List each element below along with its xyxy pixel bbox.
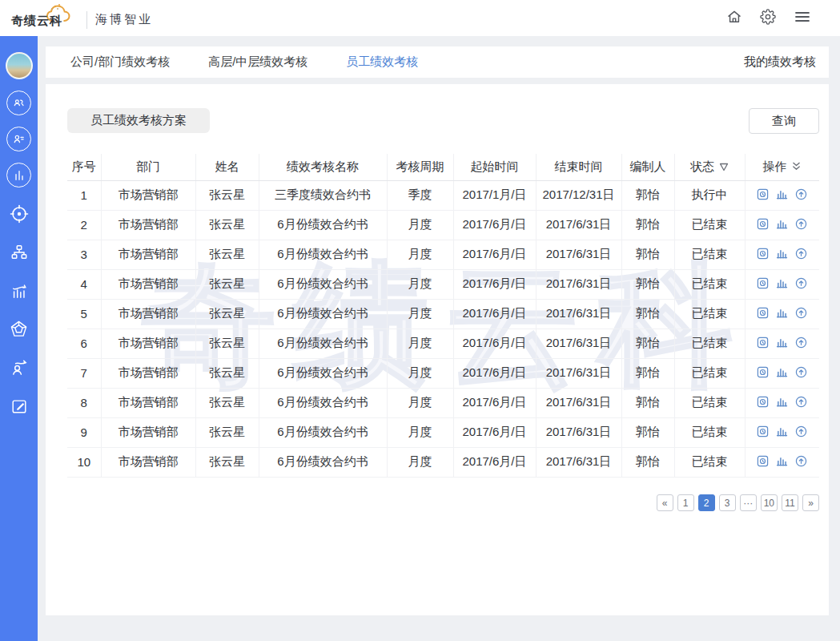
user-profile-icon [6, 127, 31, 151]
cell-operations [745, 180, 819, 210]
page-10[interactable]: 10 [761, 494, 778, 511]
report-file-icon[interactable] [757, 396, 769, 408]
sidebar-item-orgchart[interactable] [10, 240, 28, 264]
cell-col-0: 7 [67, 358, 101, 388]
bar-chart-icon[interactable] [776, 337, 788, 349]
upload-circle-icon[interactable] [795, 455, 807, 467]
cell-col-1: 市场营销部 [101, 329, 195, 358]
report-file-icon[interactable] [757, 425, 769, 437]
plan-button[interactable]: 员工绩效考核方案 [67, 108, 210, 133]
cell-col-3: 6月份绩效合约书 [259, 329, 387, 358]
upload-circle-icon[interactable] [795, 248, 807, 260]
cell-col-4: 月度 [387, 358, 453, 388]
cell-col-8: 已结束 [674, 240, 745, 269]
cell-col-6: 2017/6/31日 [536, 417, 621, 447]
sidebar-item-profile[interactable] [6, 127, 31, 151]
tab-executive-assessment[interactable]: 高层/中层绩效考核 [208, 54, 307, 70]
table-row: 6市场营销部张云星6月份绩效合约书月度2017/6月/日2017/6/31日郭怡… [67, 329, 819, 358]
cell-col-0: 6 [67, 329, 101, 358]
cell-col-0: 1 [67, 180, 101, 210]
cell-col-3: 三季度绩效合约书 [259, 180, 387, 210]
menu-icon[interactable] [794, 10, 811, 24]
page-2[interactable]: 2 [698, 494, 715, 511]
sidebar-item-talent-analysis[interactable] [10, 355, 28, 380]
sidebar-item-trend[interactable] [10, 278, 28, 303]
query-button[interactable]: 查询 [749, 108, 819, 134]
column-header-label: 起始时间 [471, 159, 519, 175]
cell-operations [745, 447, 819, 477]
tab-company-dept-assessment[interactable]: 公司/部门绩效考核 [70, 54, 170, 70]
cell-col-6: 2017/6/31日 [536, 299, 621, 329]
report-file-icon[interactable] [757, 277, 769, 289]
bar-chart-icon[interactable] [776, 307, 788, 319]
cell-col-0: 10 [67, 447, 101, 477]
page-prev[interactable]: « [657, 494, 673, 511]
column-header-3: 绩效考核名称 [259, 154, 387, 180]
report-file-icon[interactable] [757, 218, 769, 230]
table-row: 1市场营销部张云星三季度绩效合约书季度2017/1月/日2017/12/31日郭… [67, 180, 819, 210]
tab-employee-assessment[interactable]: 员工绩效考核 [346, 54, 418, 70]
cell-col-5: 2017/6月/日 [453, 358, 536, 388]
column-header-6: 结束时间 [536, 154, 621, 180]
page-3[interactable]: 3 [719, 494, 736, 511]
gear-icon[interactable] [760, 9, 776, 25]
upload-circle-icon[interactable] [795, 425, 807, 437]
column-header-label: 部门 [136, 159, 160, 175]
column-header-0: 序号 [67, 154, 101, 180]
bar-chart-icon[interactable] [776, 248, 788, 260]
cell-col-5: 2017/6月/日 [453, 329, 536, 358]
bar-chart-icon[interactable] [776, 396, 788, 408]
cell-col-7: 郭怡 [621, 210, 674, 240]
report-file-icon[interactable] [757, 188, 769, 200]
upload-circle-icon[interactable] [795, 366, 807, 378]
upload-circle-icon[interactable] [795, 277, 807, 289]
page-ellipsis[interactable]: ··· [740, 494, 757, 511]
bar-chart-icon[interactable] [776, 218, 788, 230]
upload-circle-icon[interactable] [795, 337, 807, 349]
upload-circle-icon[interactable] [795, 307, 807, 319]
status-filter-icon[interactable] [719, 160, 729, 174]
report-file-icon[interactable] [757, 307, 769, 319]
sidebar-item-users[interactable] [6, 91, 31, 115]
pagination: «123···1011» [657, 494, 819, 511]
column-header-label: 序号 [72, 159, 96, 175]
cell-operations [745, 210, 819, 240]
sidebar-item-statistics[interactable] [6, 163, 31, 187]
report-file-icon[interactable] [757, 366, 769, 378]
sidebar [0, 36, 38, 641]
cell-col-1: 市场营销部 [101, 180, 195, 210]
cell-col-6: 2017/6/31日 [536, 210, 621, 240]
home-icon[interactable] [726, 9, 742, 25]
page-1[interactable]: 1 [677, 494, 694, 511]
page-11[interactable]: 11 [782, 494, 798, 511]
cell-col-7: 郭怡 [621, 299, 674, 329]
tab-bar: 公司/部门绩效考核 高层/中层绩效考核 员工绩效考核 我的绩效考核 [46, 46, 829, 78]
cell-col-2: 张云星 [195, 329, 259, 358]
upload-circle-icon[interactable] [795, 396, 807, 408]
cell-col-1: 市场营销部 [101, 269, 195, 299]
upload-circle-icon[interactable] [795, 218, 807, 230]
cell-col-4: 月度 [387, 329, 453, 358]
sidebar-item-target[interactable] [10, 201, 29, 226]
bar-chart-icon[interactable] [776, 425, 788, 437]
cell-col-7: 郭怡 [621, 417, 674, 447]
sidebar-item-radar[interactable] [10, 316, 28, 341]
cell-col-4: 季度 [387, 180, 453, 210]
tab-my-assessment[interactable]: 我的绩效考核 [744, 54, 816, 70]
cell-col-6: 2017/6/31日 [536, 358, 621, 388]
ops-collapse-icon[interactable] [791, 160, 802, 174]
bar-chart-icon[interactable] [776, 455, 788, 467]
user-avatar[interactable] [6, 52, 33, 79]
cell-col-7: 郭怡 [621, 447, 674, 477]
report-file-icon[interactable] [757, 248, 769, 260]
bar-chart-icon[interactable] [776, 277, 788, 289]
report-file-icon[interactable] [757, 455, 769, 467]
page-next[interactable]: » [802, 494, 819, 511]
bar-chart-icon[interactable] [776, 366, 788, 378]
table-row: 10市场营销部张云星6月份绩效合约书月度2017/6月/日2017/6/31日郭… [67, 447, 819, 477]
sidebar-item-edit[interactable] [10, 393, 28, 418]
table-row: 3市场营销部张云星6月份绩效合约书月度2017/6月/日2017/6/31日郭怡… [67, 240, 819, 269]
bar-chart-icon[interactable] [776, 188, 788, 200]
report-file-icon[interactable] [757, 337, 769, 349]
upload-circle-icon[interactable] [795, 188, 807, 200]
